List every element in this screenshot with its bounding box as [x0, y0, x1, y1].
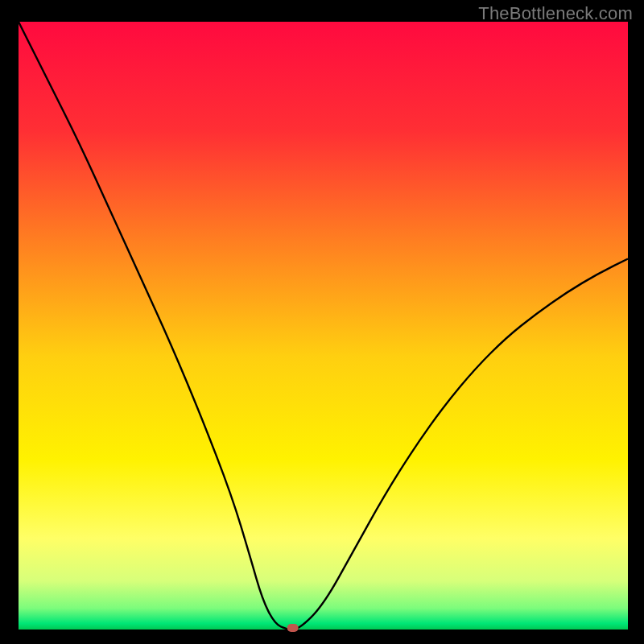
bottleneck-chart	[0, 0, 644, 644]
optimal-point-marker	[287, 624, 299, 632]
chart-frame: TheBottleneck.com	[0, 0, 644, 644]
watermark-text: TheBottleneck.com	[478, 3, 633, 24]
plot-background	[19, 22, 628, 630]
